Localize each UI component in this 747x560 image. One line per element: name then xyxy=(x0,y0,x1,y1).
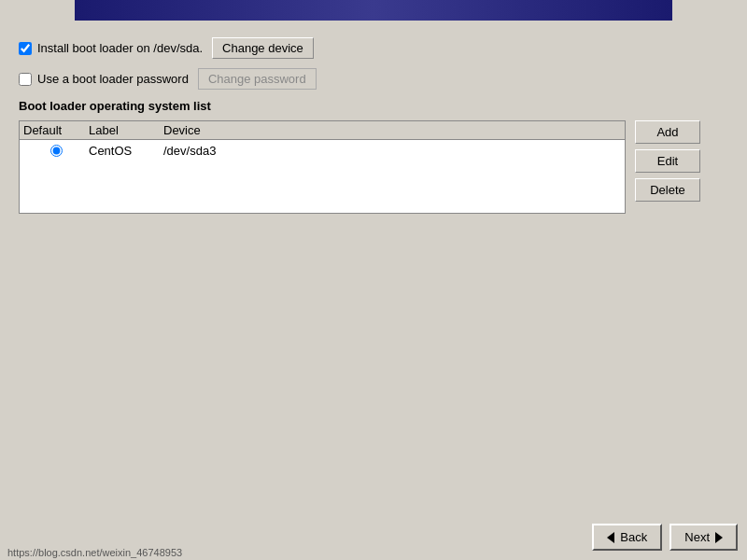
table-container: Default Label Device CentOS /dev/sda3 Ad… xyxy=(19,120,728,214)
section-title: Boot loader operating system list xyxy=(19,99,728,113)
edit-button[interactable]: Edit xyxy=(635,149,700,173)
row-device-col: /dev/sda3 xyxy=(163,144,621,158)
table-header: Default Label Device xyxy=(20,121,625,140)
install-bootloader-checkbox[interactable] xyxy=(19,42,32,55)
table-row[interactable]: CentOS /dev/sda3 xyxy=(20,140,625,161)
add-button[interactable]: Add xyxy=(635,120,700,144)
delete-button[interactable]: Delete xyxy=(635,178,700,202)
os-table: Default Label Device CentOS /dev/sda3 xyxy=(19,120,626,214)
default-os-radio[interactable] xyxy=(50,145,63,157)
boot-password-checkbox[interactable] xyxy=(19,73,32,86)
row-label-col: CentOS xyxy=(89,144,163,158)
change-device-button[interactable]: Change device xyxy=(212,37,314,59)
col-header-default: Default xyxy=(23,123,89,137)
col-header-label: Label xyxy=(89,123,163,137)
boot-password-row: Use a boot loader password Change passwo… xyxy=(19,68,728,90)
url-bar: https://blog.csdn.net/weixin_46748953 xyxy=(0,545,747,560)
boot-password-label: Use a boot loader password xyxy=(37,72,189,86)
install-bootloader-row: Install boot loader on /dev/sda. Change … xyxy=(19,37,728,59)
next-label: Next xyxy=(684,530,710,544)
col-header-device: Device xyxy=(163,123,621,137)
next-arrow-icon xyxy=(715,532,723,543)
row-default-col xyxy=(23,145,89,157)
back-label: Back xyxy=(620,530,647,544)
back-arrow-icon xyxy=(607,532,614,543)
main-content: Install boot loader on /dev/sda. Change … xyxy=(19,37,728,214)
top-banner xyxy=(75,0,672,21)
action-buttons: Add Edit Delete xyxy=(635,120,700,202)
install-bootloader-label: Install boot loader on /dev/sda. xyxy=(37,41,203,55)
change-password-button: Change password xyxy=(198,68,317,90)
